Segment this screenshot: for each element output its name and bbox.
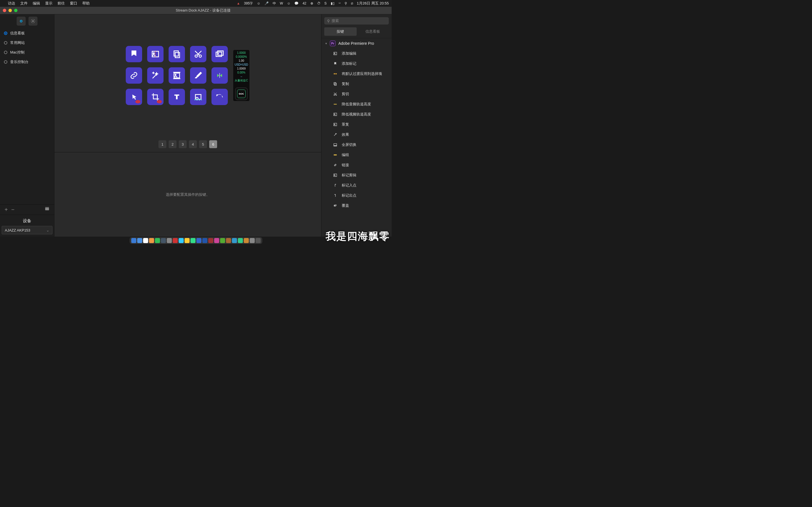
- soc-chip-icon: SOC: [235, 88, 248, 100]
- search-input[interactable]: ⚲ 搜索: [324, 17, 389, 24]
- wps-icon[interactable]: W: [280, 1, 283, 5]
- mic-icon[interactable]: 🎤: [264, 1, 269, 5]
- action-label: 编组: [342, 152, 349, 158]
- page-button[interactable]: 1: [158, 140, 166, 148]
- page-button[interactable]: 5: [199, 140, 207, 148]
- key-undo[interactable]: [211, 89, 228, 105]
- svg-rect-36: [335, 194, 336, 196]
- battery-icon[interactable]: ▮▯: [331, 1, 335, 5]
- key-add-edit[interactable]: [147, 46, 163, 62]
- library-icon[interactable]: [43, 207, 51, 213]
- device-selector[interactable]: AJAZZ AKP153 ⌄: [2, 226, 52, 234]
- action-item[interactable]: 复制: [321, 79, 392, 89]
- key-add-marker[interactable]: [126, 46, 142, 62]
- svg-rect-28: [334, 123, 337, 126]
- tab-info-board[interactable]: 信息看板: [357, 27, 389, 36]
- knob-display[interactable]: 1.0000 0.0000% 1.00 USD=USD 1.0069 0.00%…: [233, 50, 250, 101]
- key-brush[interactable]: [190, 67, 206, 83]
- svg-point-34: [335, 175, 335, 175]
- action-item[interactable]: 添加标记: [321, 59, 392, 69]
- word-count-indicator[interactable]: 395字: [244, 1, 253, 6]
- action-item[interactable]: 降低音频轨道高度: [321, 99, 392, 109]
- page-button[interactable]: 3: [179, 140, 187, 148]
- menubar-item[interactable]: 显示: [45, 1, 52, 6]
- action-item[interactable]: 剪切: [321, 89, 392, 99]
- action-item[interactable]: 添加编辑: [321, 48, 392, 59]
- key-lower-video[interactable]: [168, 67, 185, 83]
- key-text[interactable]: [168, 89, 185, 105]
- menubar-item[interactable]: 文件: [20, 1, 28, 6]
- tab-keys[interactable]: 按键: [324, 27, 357, 36]
- svg-rect-6: [175, 52, 180, 57]
- action-item[interactable]: 编组: [321, 150, 392, 160]
- action-item[interactable]: 效果: [321, 129, 392, 140]
- action-group-header[interactable]: ▾ Pr Adobe Premiere Pro: [321, 38, 392, 48]
- menubar-app-name[interactable]: 访达: [8, 1, 15, 6]
- wechat-badge: 42: [303, 1, 306, 5]
- svg-rect-19: [334, 73, 335, 74]
- action-item[interactable]: 标记出点: [321, 190, 392, 201]
- action-label: 添加标记: [342, 61, 356, 66]
- action-item[interactable]: 全屏切换: [321, 140, 392, 150]
- action-item[interactable]: 重复: [321, 119, 392, 129]
- profile-item[interactable]: 信息看板: [0, 29, 54, 38]
- menubar-item[interactable]: 编辑: [33, 1, 40, 6]
- control-center-icon[interactable]: ⎚: [351, 1, 353, 5]
- page-button[interactable]: 2: [168, 140, 176, 148]
- action-item[interactable]: 标记入点: [321, 180, 392, 190]
- window-minimize-button[interactable]: [8, 9, 12, 12]
- spotlight-icon[interactable]: ⚲: [345, 1, 347, 5]
- input-method-icon[interactable]: 中: [273, 1, 276, 6]
- key-lower-audio[interactable]: [190, 89, 206, 105]
- app-icon[interactable]: S: [324, 1, 327, 5]
- key-effects[interactable]: [147, 67, 163, 83]
- chevron-down-icon: ▾: [325, 42, 327, 45]
- page-button[interactable]: 6: [209, 140, 217, 148]
- profile-item[interactable]: 常用网站: [0, 38, 54, 48]
- action-item[interactable]: 标记剪辑: [321, 170, 392, 180]
- svg-point-23: [334, 95, 335, 96]
- key-cut[interactable]: [190, 46, 206, 62]
- menubar-item[interactable]: 前往: [57, 1, 65, 6]
- menubar-item[interactable]: 帮助: [82, 1, 90, 6]
- svg-rect-10: [216, 52, 221, 56]
- action-item[interactable]: 将默认过渡应用到选择项: [321, 69, 392, 79]
- key-copy[interactable]: [168, 46, 185, 62]
- emoji-icon[interactable]: ☺: [257, 1, 260, 5]
- wechat-icon[interactable]: 💬: [294, 1, 299, 5]
- sync-icon[interactable]: ⊕: [310, 1, 313, 5]
- key-in-out[interactable]: [211, 67, 228, 83]
- remove-profile-button[interactable]: −: [10, 207, 16, 213]
- eye-indicator-icon: [157, 100, 162, 103]
- clock-icon[interactable]: ⏱: [317, 1, 320, 5]
- right-sidebar: ⚲ 搜索 按键 信息看板 ▾ Pr Adobe Premiere Pro 添加编…: [321, 14, 392, 237]
- action-item[interactable]: 覆盖: [321, 201, 392, 211]
- action-item[interactable]: 降低视频轨道高度: [321, 109, 392, 119]
- menubar-datetime[interactable]: 1月26日 周五 20:55: [357, 1, 389, 6]
- macos-dock[interactable]: [130, 237, 262, 244]
- action-item[interactable]: 链接: [321, 160, 392, 170]
- key-select[interactable]: [126, 89, 142, 105]
- key-link[interactable]: [126, 67, 142, 83]
- wifi-icon[interactable]: ⌔: [339, 1, 341, 5]
- settings-tab-icon[interactable]: [29, 17, 38, 25]
- home-tab-icon[interactable]: [17, 17, 26, 25]
- action-label: 剪切: [342, 92, 349, 97]
- warning-icon[interactable]: ▲: [237, 1, 240, 5]
- watermark-text: 我是四海飘零: [326, 230, 390, 243]
- svg-rect-21: [335, 83, 336, 86]
- action-label: 标记入点: [342, 183, 356, 188]
- page-button[interactable]: 4: [189, 140, 197, 148]
- chat-icon[interactable]: ☺: [287, 1, 290, 5]
- profile-item[interactable]: Mac控制: [0, 48, 54, 57]
- svg-point-27: [335, 114, 335, 114]
- menubar-item[interactable]: 窗口: [70, 1, 77, 6]
- copy-icon: [333, 81, 338, 87]
- add-profile-button[interactable]: +: [3, 207, 10, 213]
- radio-icon: [4, 32, 7, 35]
- key-crop[interactable]: [147, 89, 163, 105]
- window-close-button[interactable]: [3, 9, 6, 12]
- key-mark-clip[interactable]: [211, 46, 228, 62]
- window-maximize-button[interactable]: [14, 9, 17, 12]
- profile-item[interactable]: 音乐控制台: [0, 57, 54, 67]
